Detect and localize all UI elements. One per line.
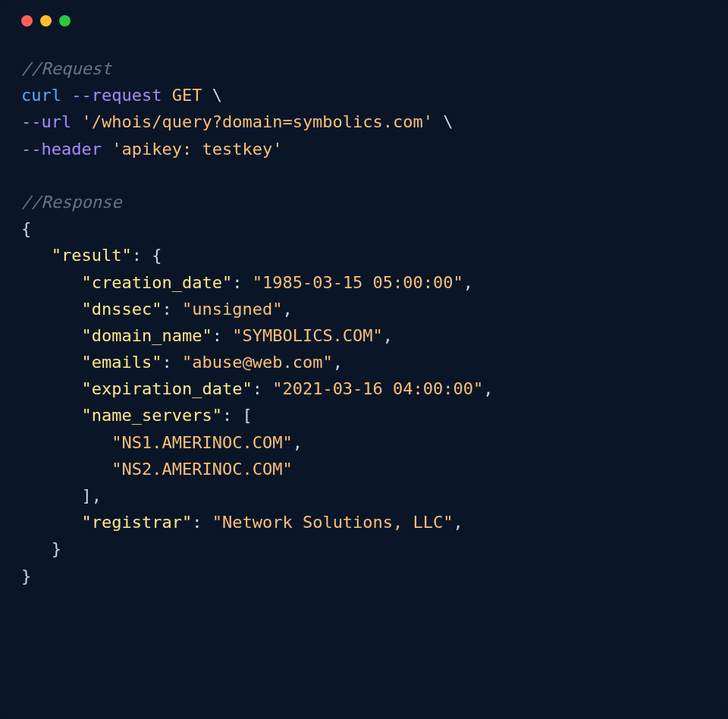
ns1-value: "NS1.AMERINOC.COM"	[111, 433, 292, 452]
close-icon[interactable]	[21, 15, 33, 27]
comma: ,	[453, 513, 463, 532]
http-method: GET	[172, 86, 202, 105]
comma: ,	[483, 379, 493, 398]
comma: ,	[293, 433, 303, 452]
comma: ,	[333, 353, 343, 372]
request-comment: //Request	[21, 59, 111, 78]
array-close-bracket: ]	[81, 486, 91, 505]
creation-date-value: "1985-03-15 05:00:00"	[253, 273, 463, 292]
url-value: '/whois/query?domain=symbolics.com'	[81, 112, 433, 131]
emails-value: "abuse@web.com"	[182, 353, 333, 372]
colon: :	[192, 513, 212, 532]
window-title-bar	[0, 0, 728, 33]
expiration-date-value: "2021-03-16 04:00:00"	[272, 379, 483, 398]
colon: :	[232, 273, 253, 292]
colon: :	[222, 406, 243, 425]
header-flag: --header	[21, 140, 102, 159]
comma: ,	[282, 300, 292, 319]
code-block: //Requestcurl --request GET \--url '/who…	[0, 33, 728, 604]
json-open-brace: {	[21, 219, 31, 238]
url-flag: --url	[21, 112, 71, 131]
line-continuation: \	[433, 112, 453, 131]
array-open-bracket: [	[242, 406, 252, 425]
maximize-icon[interactable]	[59, 15, 71, 27]
colon: :	[162, 300, 182, 319]
nested-close-brace: }	[52, 539, 61, 558]
creation-date-key: "creation_date"	[81, 273, 232, 292]
comma: ,	[383, 326, 393, 345]
domain-name-key: "domain_name"	[81, 326, 212, 345]
name-servers-key: "name_servers"	[81, 406, 221, 425]
registrar-value: "Network Solutions, LLC"	[212, 513, 453, 532]
curl-command: curl	[21, 86, 61, 105]
minimize-icon[interactable]	[40, 15, 52, 27]
result-key: "result"	[52, 246, 132, 265]
colon: :	[253, 379, 273, 398]
ns2-value: "NS2.AMERINOC.COM"	[111, 460, 292, 479]
response-comment: //Response	[21, 193, 121, 212]
expiration-date-key: "expiration_date"	[81, 379, 252, 398]
colon: :	[212, 326, 233, 345]
header-value: 'apikey: testkey'	[111, 140, 282, 159]
dnssec-key: "dnssec"	[81, 300, 162, 319]
colon: :	[132, 246, 152, 265]
nested-open-brace: {	[152, 246, 162, 265]
request-flag: --request	[71, 86, 162, 105]
line-continuation: \	[202, 86, 222, 105]
emails-key: "emails"	[81, 353, 162, 372]
terminal-window: //Requestcurl --request GET \--url '/who…	[0, 0, 728, 719]
dnssec-value: "unsigned"	[182, 300, 282, 319]
comma: ,	[463, 273, 473, 292]
json-close-brace: }	[21, 567, 31, 586]
colon: :	[162, 353, 182, 372]
registrar-key: "registrar"	[81, 513, 192, 532]
domain-name-value: "SYMBOLICS.COM"	[232, 326, 383, 345]
comma: ,	[92, 486, 102, 505]
